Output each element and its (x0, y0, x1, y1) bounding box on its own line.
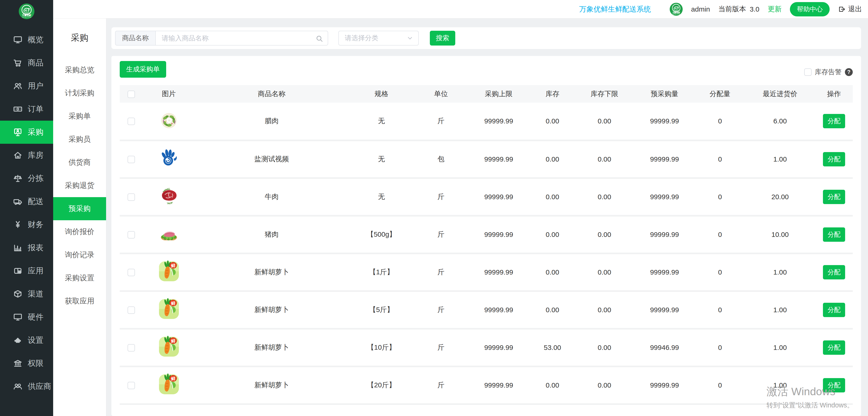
latest-price-cell: 1.00 (745, 366, 815, 404)
product-name-cell: 腊肉 (195, 103, 348, 140)
spec-cell: 【500g】 (348, 216, 414, 253)
stock-alert-checkbox[interactable] (804, 68, 812, 76)
row-checkbox[interactable] (128, 307, 135, 314)
unit-cell: 斤 (414, 216, 467, 253)
pre-purchase-cell: 99999.99 (634, 103, 695, 140)
allocate-button[interactable]: 分配 (823, 227, 845, 242)
submenu-item-planned-purchase[interactable]: 计划采购 (53, 82, 106, 105)
sidebar-item-delivery[interactable]: 配送 (0, 190, 53, 213)
sidebar-item-permissions[interactable]: 权限 (0, 352, 53, 375)
sidebar-item-purchase[interactable]: 采购 (0, 121, 53, 144)
submenu-item-inquiry-records[interactable]: 询价记录 (53, 243, 106, 266)
table-toolbar: 生成采购单 库存告警 (120, 61, 853, 78)
select-all-header (120, 85, 143, 103)
sidebar-item-users[interactable]: 用户 (0, 74, 53, 98)
search-panel: 商品名称 请选择分类 搜索 (112, 27, 861, 49)
row-checkbox[interactable] (128, 231, 135, 238)
sidebar-item-goods[interactable]: 商品 (0, 51, 53, 74)
pre-purchase-cell: 99999.99 (634, 140, 695, 178)
product-image-carrot (158, 335, 180, 358)
category-select-placeholder: 请选择分类 (345, 33, 378, 43)
avatar[interactable] (670, 3, 683, 16)
main-column: 万象优鲜生鲜配送系统 admin 当前版本 3.0 更新 帮助中心 退出 采购 … (53, 0, 868, 416)
row-checkbox[interactable] (128, 382, 135, 389)
allocate-button[interactable]: 分配 (823, 341, 845, 355)
product-image-carrot (158, 373, 180, 395)
stock-cell: 53.00 (530, 329, 575, 366)
bank-icon (13, 358, 23, 368)
help-question-icon[interactable] (845, 68, 853, 76)
allocate-button[interactable]: 分配 (823, 190, 845, 204)
logout-icon (838, 5, 846, 13)
column-header: 单位 (414, 85, 467, 103)
submenu-item-get-app[interactable]: 获取应用 (53, 290, 106, 313)
purchase-limit-cell: 99999.99 (467, 216, 530, 253)
update-link[interactable]: 更新 (768, 4, 781, 14)
row-checkbox[interactable] (128, 156, 135, 163)
pre-purchase-cell: 99999.99 (634, 216, 695, 253)
sidebar-item-overview[interactable]: 概览 (0, 28, 53, 51)
stock-floor-cell: 0.00 (575, 253, 634, 291)
sidebar-item-sorting[interactable]: 分拣 (0, 167, 53, 190)
purchase-limit-cell: 99999.99 (467, 291, 530, 329)
allocate-button[interactable]: 分配 (823, 114, 845, 128)
submenu-item-purchase-settings[interactable]: 采购设置 (53, 266, 106, 290)
product-name-input[interactable] (156, 31, 328, 45)
allocate-button[interactable]: 分配 (823, 303, 845, 317)
latest-price-cell: 1.00 (745, 291, 815, 329)
row-checkbox[interactable] (128, 269, 135, 276)
search-input-wrap (155, 31, 328, 45)
column-header: 商品名称 (195, 85, 348, 103)
allocate-button[interactable]: 分配 (823, 378, 845, 392)
sidebar-item-warehouse[interactable]: 库房 (0, 144, 53, 167)
brand-logo[interactable] (0, 0, 53, 20)
submenu-item-purchase-overview[interactable]: 采购总览 (53, 59, 106, 82)
purchase-limit-cell: 99999.99 (467, 366, 530, 404)
row-checkbox[interactable] (128, 344, 135, 352)
submenu-item-inquiry-quote[interactable]: 询价报价 (53, 220, 106, 243)
stock-cell: 0.00 (530, 140, 575, 178)
product-name-cell: 新鲜胡萝卜 (195, 366, 348, 404)
row-checkbox[interactable] (128, 118, 135, 125)
unit-cell: 斤 (414, 329, 467, 366)
unit-cell: 斤 (414, 253, 467, 291)
search-button[interactable]: 搜索 (430, 31, 455, 45)
sidebar-item-orders[interactable]: 订单 (0, 98, 53, 121)
allocated-cell: 0 (695, 366, 745, 404)
sidebar-item-finance[interactable]: 财务 (0, 213, 53, 236)
column-header: 库存 (530, 85, 575, 103)
submenu-item-purchasers[interactable]: 采购员 (53, 128, 106, 151)
system-title-link[interactable]: 万象优鲜生鲜配送系统 (579, 4, 651, 14)
submenu-panel: 采购 采购总览 计划采购 采购单 采购员 供货商 采购退货 预采购 询价报价 询… (53, 19, 106, 416)
sidebar-item-suppliers[interactable]: 供应商 (0, 375, 53, 398)
submenu-item-purchase-returns[interactable]: 采购退货 (53, 174, 106, 197)
sidebar-item-settings[interactable]: 设置 (0, 329, 53, 352)
row-checkbox[interactable] (128, 193, 135, 201)
stock-floor-cell: 0.00 (575, 329, 634, 366)
product-image-hand (158, 147, 180, 169)
apps-icon (13, 266, 23, 276)
help-center-button[interactable]: 帮助中心 (790, 2, 830, 17)
chevron-down-icon (406, 34, 414, 42)
generate-purchase-order-button[interactable]: 生成采购单 (120, 61, 166, 78)
submenu-item-purchase-orders[interactable]: 采购单 (53, 105, 106, 128)
pre-purchase-cell: 99999.99 (634, 291, 695, 329)
sidebar-item-apps[interactable]: 应用 (0, 259, 53, 282)
allocate-button[interactable]: 分配 (823, 265, 845, 280)
spec-cell: 【5斤】 (348, 291, 414, 329)
sidebar-item-hardware[interactable]: 硬件 (0, 306, 53, 329)
unit-cell: 包 (414, 140, 467, 178)
column-header: 图片 (143, 85, 195, 103)
purchase-limit-cell: 99999.99 (467, 253, 530, 291)
allocate-button[interactable]: 分配 (823, 152, 845, 166)
sidebar-item-channels[interactable]: 渠道 (0, 282, 53, 306)
select-all-checkbox[interactable] (128, 91, 135, 98)
submenu-item-pre-purchase[interactable]: 预采购 (53, 197, 106, 220)
category-select[interactable]: 请选择分类 (338, 31, 419, 45)
submenu-item-supply-merchants[interactable]: 供货商 (53, 151, 106, 174)
header-row: 图片商品名称规格单位采购上限库存库存下限预采购量分配量最近进货价操作 (120, 85, 853, 103)
logout-button[interactable]: 退出 (838, 4, 862, 14)
chart-icon (13, 243, 23, 253)
product-name-cell: 猪肉 (195, 216, 348, 253)
sidebar-item-reports[interactable]: 报表 (0, 236, 53, 259)
